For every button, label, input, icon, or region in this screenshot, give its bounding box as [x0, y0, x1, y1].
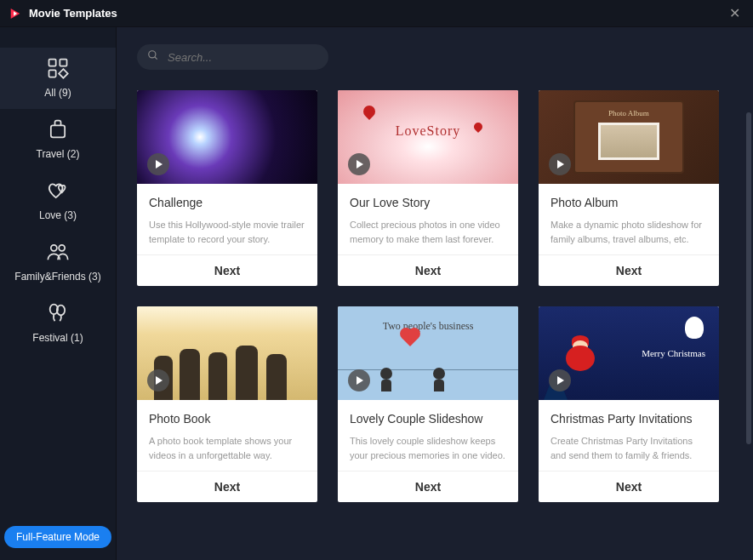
svg-rect-0	[49, 60, 56, 66]
template-title: Challenge	[149, 196, 305, 209]
play-button[interactable]	[147, 153, 169, 175]
full-feature-button[interactable]: Full-Feature Mode	[4, 526, 111, 548]
sidebar-item-family[interactable]: Family&Friends (3)	[0, 231, 116, 293]
template-thumbnail[interactable]: Two people's business	[338, 306, 518, 400]
template-grid: Challenge Use this Hollywood-style movie…	[137, 90, 733, 502]
next-button[interactable]: Next	[539, 471, 719, 502]
next-button[interactable]: Next	[539, 254, 719, 286]
scrollbar[interactable]	[746, 112, 751, 444]
template-thumbnail[interactable]: LoveStory	[338, 90, 518, 184]
svg-point-4	[51, 245, 57, 251]
thumbnail-overlay-text: Photo Album	[608, 109, 649, 117]
template-title: Christmas Party Invitations	[550, 412, 707, 426]
hearts-icon	[44, 177, 71, 204]
sidebar-label: All (9)	[44, 87, 71, 99]
thumbnail-overlay-text: LoveStory	[396, 123, 461, 139]
play-button[interactable]	[549, 153, 571, 175]
play-logo-icon	[9, 7, 22, 20]
sidebar-label: Family&Friends (3)	[14, 271, 100, 283]
app-logo: Movie Templates	[9, 7, 117, 20]
template-card: Photo Book A photo book template shows y…	[137, 306, 317, 502]
sidebar-item-travel[interactable]: Travel (2)	[0, 109, 116, 170]
close-icon: ✕	[729, 5, 740, 21]
svg-rect-1	[60, 60, 66, 66]
content-area: Challenge Use this Hollywood-style movie…	[117, 27, 753, 560]
people-icon	[44, 238, 71, 266]
svg-rect-2	[49, 70, 56, 77]
play-button[interactable]	[348, 369, 370, 391]
sidebar-label: Travel (2)	[37, 148, 80, 160]
search-input[interactable]	[137, 44, 328, 70]
template-thumbnail[interactable]	[137, 90, 317, 184]
template-card: Challenge Use this Hollywood-style movie…	[137, 90, 317, 286]
next-button[interactable]: Next	[137, 254, 317, 286]
template-description: Use this Hollywood-style movie trailer t…	[149, 218, 305, 246]
balloons-icon	[44, 300, 71, 327]
sidebar-label: Festival (1)	[32, 332, 83, 344]
svg-rect-3	[51, 125, 65, 137]
sidebar-item-festival[interactable]: Festival (1)	[0, 293, 116, 354]
template-description: Collect precious photos in one video mem…	[350, 218, 506, 246]
template-card: Photo Album Photo Album Make a dynamic p…	[539, 90, 719, 286]
thumbnail-overlay-text: Merry Christmas	[642, 347, 705, 359]
template-description: This lovely couple slideshow keeps your …	[350, 434, 506, 462]
template-card: LoveStory Our Love Story Collect preciou…	[338, 90, 518, 286]
grid-icon	[44, 54, 71, 82]
play-button[interactable]	[549, 369, 571, 391]
sidebar-item-love[interactable]: Love (3)	[0, 170, 116, 231]
next-button[interactable]: Next	[137, 471, 317, 502]
sidebar-label: Love (3)	[39, 209, 77, 221]
template-thumbnail[interactable]: Photo Album	[539, 90, 719, 184]
play-button[interactable]	[147, 369, 169, 391]
template-card: Two people's business Lovely Couple Slid…	[338, 306, 518, 502]
template-thumbnail[interactable]	[137, 306, 317, 400]
next-button[interactable]: Next	[338, 471, 518, 502]
thumbnail-overlay-text: Two people's business	[338, 320, 518, 333]
suitcase-icon	[44, 116, 71, 143]
close-button[interactable]: ✕	[724, 3, 744, 24]
window-title: Movie Templates	[29, 7, 117, 20]
titlebar: Movie Templates ✕	[0, 0, 753, 27]
template-description: A photo book template shows your videos …	[149, 434, 305, 462]
template-thumbnail[interactable]: Merry Christmas	[539, 306, 719, 400]
svg-point-5	[59, 245, 65, 251]
template-title: Our Love Story	[350, 196, 506, 209]
template-description: Make a dynamic photo slideshow for famil…	[550, 218, 707, 246]
template-card: Merry Christmas Christmas Party Invitati…	[539, 306, 719, 502]
play-button[interactable]	[348, 153, 370, 175]
sidebar: All (9) Travel (2) Love (3) Family&Frien…	[0, 27, 117, 560]
sidebar-item-all[interactable]: All (9)	[0, 48, 116, 109]
template-title: Photo Album	[550, 196, 707, 209]
next-button[interactable]: Next	[338, 254, 518, 286]
template-description: Create Christmas Party Invitations and s…	[550, 434, 707, 462]
template-title: Lovely Couple Slideshow	[350, 412, 506, 426]
template-title: Photo Book	[149, 412, 305, 426]
